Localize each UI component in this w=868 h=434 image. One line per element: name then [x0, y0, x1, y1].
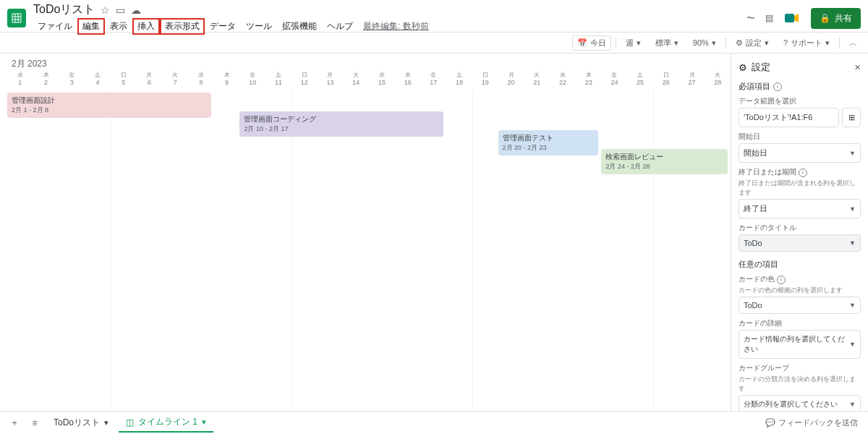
card-title: 管理画面コーディング [244, 114, 439, 124]
cloud-icon[interactable]: ☁ [131, 4, 141, 16]
card-color-select[interactable]: ToDo▼ [739, 297, 861, 314]
card-title: 管理画面テスト [503, 133, 595, 143]
grid-line [111, 90, 111, 411]
grid-line [292, 90, 292, 411]
day-header: 月13 [318, 71, 344, 86]
move-icon[interactable]: ▭ [116, 4, 125, 16]
doc-title[interactable]: ToDoリスト [33, 2, 95, 17]
menu-ツール[interactable]: ツール [242, 19, 276, 34]
last-edit[interactable]: 最終編集: 数秒前 [363, 20, 429, 33]
menu-編集[interactable]: 編集 [78, 19, 104, 34]
zoom-label: 90% [693, 38, 709, 47]
day-header: 土18 [446, 71, 472, 86]
settings-panel: ⚙設定 ✕ 必須項目i データ範囲を選択 'ToDoリスト'!A1:F6 ⊞ 開… [731, 54, 868, 411]
menu-データ[interactable]: データ [205, 19, 240, 34]
timeline-card[interactable]: 管理画面コーディング2月 10 - 2月 17 [239, 111, 443, 137]
history-icon[interactable]: 〜 [746, 12, 755, 25]
day-header: 火7 [162, 71, 188, 86]
sheet-tab-timeline[interactable]: ◫タイムライン 1▾ [119, 413, 213, 433]
card-group-select[interactable]: 分類の列を選択してください▼ [739, 395, 861, 411]
all-sheets-button[interactable]: ≡ [26, 414, 43, 432]
grid-line [472, 90, 473, 411]
menu-拡張機能[interactable]: 拡張機能 [278, 19, 321, 34]
start-date-label: 開始日 [739, 132, 861, 142]
settings-button[interactable]: ⚙設定▾ [731, 35, 774, 51]
svg-rect-0 [785, 14, 794, 22]
chevron-down-icon: ▾ [202, 417, 206, 427]
info-icon[interactable]: i [777, 276, 786, 284]
card-dates: 2月 1 - 2月 8 [12, 106, 207, 115]
feedback-link[interactable]: 💬フィードバックを送信 [765, 417, 862, 428]
chevron-down-icon: ▼ [849, 302, 856, 309]
chevron-down-icon: ▼ [849, 341, 856, 348]
share-button[interactable]: 🔒 共有 [811, 8, 861, 29]
settings-title: 設定 [752, 61, 770, 74]
chevron-down-icon: ▾ [712, 38, 716, 48]
day-header: 日12 [292, 71, 318, 86]
day-header: 水8 [188, 71, 214, 86]
menu-ヘルプ[interactable]: ヘルプ [323, 19, 357, 34]
card-dates: 2月 10 - 2月 17 [244, 124, 439, 134]
sheet-tabs: + ≡ ToDoリスト▾ ◫タイムライン 1▾ 💬フィードバックを送信 [0, 411, 868, 434]
info-icon[interactable]: i [773, 82, 782, 91]
toolbar: 📅今日 週▾ 標準▾ 90%▾ ⚙設定▾ ?サポート▾ ︿ [0, 32, 868, 54]
sheet-tab-label: ToDoリスト [54, 417, 100, 429]
chevron-down-icon: ▼ [849, 401, 856, 408]
month-label: 2月 2023 [12, 58, 47, 70]
day-header: 火28 [705, 71, 731, 86]
chevron-up-icon: ︿ [849, 38, 857, 48]
card-group-label: カードグループ [739, 363, 861, 373]
end-date-select[interactable]: 終了日▼ [739, 199, 861, 218]
meet-icon[interactable] [783, 9, 801, 27]
day-header: 月20 [498, 71, 524, 86]
card-color-value: ToDo [744, 301, 762, 310]
menu-表示形式[interactable]: 表示形式 [161, 19, 204, 34]
menu-bar: ファイル編集表示挿入表示形式データツール拡張機能ヘルプ最終編集: 数秒前 [33, 19, 746, 34]
timeline-card[interactable]: 検索画面レビュー2月 24 - 2月 28 [601, 149, 728, 174]
sheets-logo [7, 9, 26, 27]
zoom-select[interactable]: 90%▾ [688, 36, 721, 50]
chevron-down-icon: ▾ [104, 418, 109, 427]
data-range-label: データ範囲を選択 [739, 96, 861, 106]
density-select[interactable]: 週▾ [621, 35, 646, 51]
timeline-card[interactable]: 管理画面テスト2月 20 - 2月 23 [498, 130, 599, 156]
today-button[interactable]: 📅今日 [572, 35, 611, 51]
card-title-value: ToDo [744, 239, 762, 247]
info-icon[interactable]: i [799, 169, 807, 177]
data-range-input[interactable]: 'ToDoリスト'!A1:F6 [739, 108, 839, 127]
scale-select[interactable]: 標準▾ [650, 35, 684, 51]
star-icon[interactable]: ☆ [101, 4, 110, 16]
timeline-card[interactable]: 管理画面設計2月 1 - 2月 8 [7, 93, 211, 118]
share-label: 共有 [835, 12, 852, 25]
menu-表示[interactable]: 表示 [106, 19, 132, 34]
menu-挿入[interactable]: 挿入 [133, 19, 159, 34]
close-icon[interactable]: ✕ [854, 63, 861, 72]
card-title-select[interactable]: ToDo▼ [739, 234, 861, 252]
menu-ファイル[interactable]: ファイル [33, 19, 77, 34]
add-sheet-button[interactable]: + [6, 414, 23, 432]
day-header: 日5 [111, 71, 137, 86]
start-date-select[interactable]: 開始日▼ [739, 143, 861, 163]
help-icon: ? [783, 38, 788, 47]
chevron-down-icon: ▾ [637, 38, 641, 48]
separator [839, 37, 840, 48]
card-dates: 2月 20 - 2月 23 [503, 143, 595, 153]
day-header: 金17 [421, 71, 447, 86]
card-detail-select[interactable]: カード情報の列を選択してください▼ [739, 330, 861, 359]
comment-icon[interactable]: ▤ [765, 13, 773, 23]
density-label: 週 [626, 38, 634, 48]
chevron-down-icon: ▾ [674, 38, 678, 48]
card-title: 検索画面レビュー [605, 152, 723, 162]
chevron-down-icon: ▾ [765, 38, 769, 48]
end-date-label: 終了日または期間 [739, 168, 796, 176]
collapse-button[interactable]: ︿ [844, 35, 862, 51]
sheet-tab-todo[interactable]: ToDoリスト▾ [46, 414, 116, 432]
support-button[interactable]: ?サポート▾ [778, 35, 835, 51]
timeline[interactable]: 2月 2023 水1木2金3土4日5月6火7水8木9金10土11日12月13火1… [0, 54, 731, 411]
day-header: 金3 [59, 71, 85, 86]
grid-line [653, 90, 654, 411]
day-header: 水22 [550, 71, 576, 86]
range-picker-icon[interactable]: ⊞ [842, 108, 861, 127]
card-title: 管理画面設計 [12, 95, 207, 106]
card-detail-label: カードの詳細 [739, 318, 861, 328]
